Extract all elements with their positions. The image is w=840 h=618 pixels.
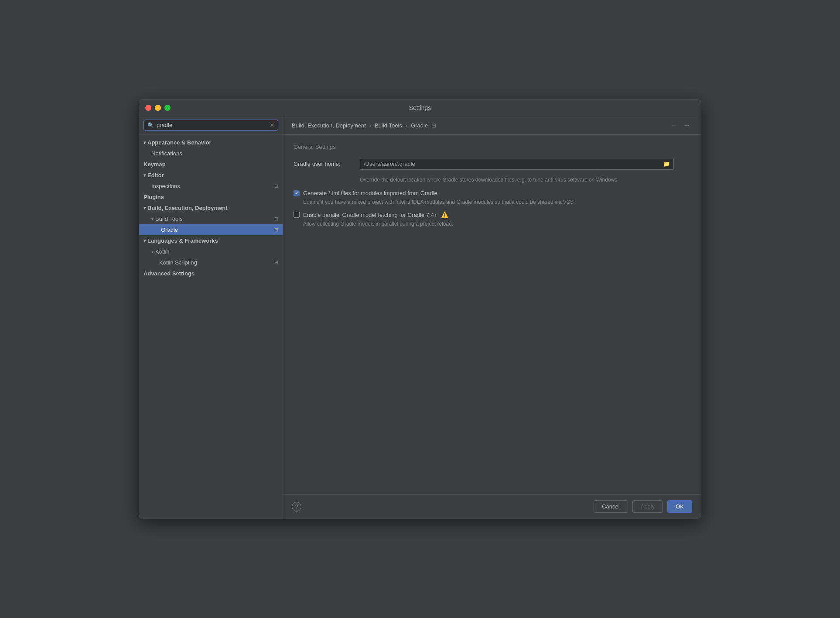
sidebar-item-build-execution-deployment[interactable]: ▾ Build, Execution, Deployment [139, 203, 283, 213]
sidebar-item-notifications[interactable]: Notifications [139, 148, 283, 159]
window-icon: ⊟ [274, 260, 278, 265]
apply-button[interactable]: Apply [632, 500, 663, 513]
checkbox1-label: Generate *.iml files for modules importe… [303, 190, 437, 196]
checkbox1-desc: Enable if you have a mixed project with … [303, 199, 690, 205]
sidebar-label: Gradle [161, 227, 178, 233]
sidebar-item-editor[interactable]: ▾ Editor [139, 170, 283, 181]
sidebar-item-languages-frameworks[interactable]: ▾ Languages & Frameworks [139, 235, 283, 246]
breadcrumb-sep-1: › [369, 122, 371, 129]
checkbox2-row: Enable parallel Gradle model fetching fo… [294, 211, 690, 218]
sidebar-item-build-tools[interactable]: ▾ Build Tools ⊟ [139, 213, 283, 224]
sidebar-item-advanced-settings[interactable]: Advanced Settings [139, 268, 283, 279]
folder-icon: 📁 [659, 158, 673, 169]
breadcrumb-sep-2: › [406, 122, 407, 129]
checkbox2-wrapper[interactable]: Enable parallel Gradle model fetching fo… [294, 211, 448, 218]
search-box: 🔍 ✕ [139, 116, 283, 134]
sidebar-label: Build Tools [155, 216, 183, 222]
search-input-wrapper[interactable]: 🔍 ✕ [143, 120, 278, 130]
section-title: General Settings [294, 144, 690, 150]
sidebar: 🔍 ✕ ▾ Appearance & Behavior Notification… [139, 116, 283, 518]
sidebar-label: Languages & Frameworks [147, 237, 218, 244]
window-icon: ⊟ [274, 227, 278, 233]
main-content: 🔍 ✕ ▾ Appearance & Behavior Notification… [139, 116, 701, 518]
chevron-down-icon: ▾ [143, 206, 146, 210]
footer-right: Cancel Apply OK [594, 500, 692, 513]
checkbox1-row: Generate *.iml files for modules importe… [294, 190, 690, 196]
sidebar-label: Notifications [151, 150, 182, 157]
sidebar-label: Build, Execution, Deployment [147, 205, 227, 211]
traffic-lights [145, 105, 171, 111]
sidebar-label: Kotlin [155, 248, 170, 255]
settings-content: General Settings Gradle user home: 📁 Ove… [283, 135, 701, 494]
sidebar-label: Inspections [151, 183, 180, 189]
sidebar-label: Plugins [143, 194, 164, 200]
help-button[interactable]: ? [292, 502, 301, 512]
sidebar-label: Advanced Settings [143, 270, 195, 277]
cancel-button[interactable]: Cancel [594, 500, 628, 513]
sidebar-item-appearance-behavior[interactable]: ▾ Appearance & Behavior [139, 137, 283, 148]
dialog-title: Settings [409, 104, 431, 111]
chevron-down-icon: ▾ [143, 238, 146, 243]
parallel-gradle-checkbox[interactable] [294, 212, 300, 218]
sidebar-item-keymap[interactable]: Keymap [139, 159, 283, 170]
nav-list: ▾ Appearance & Behavior Notifications Ke… [139, 134, 283, 518]
window-icon: ⊟ [431, 122, 436, 129]
window-icon: ⊟ [274, 216, 278, 222]
nav-back-button[interactable]: ← [669, 121, 679, 129]
sidebar-item-plugins[interactable]: Plugins [139, 192, 283, 203]
title-bar: Settings [139, 100, 701, 116]
breadcrumb-part-3: Gradle [411, 122, 428, 129]
settings-dialog: Settings 🔍 ✕ ▾ Appearance & Behavior [139, 100, 701, 518]
chevron-down-icon: ▾ [143, 140, 146, 145]
checkbox1-wrapper[interactable]: Generate *.iml files for modules importe… [294, 190, 437, 196]
sidebar-label: Appearance & Behavior [147, 139, 212, 146]
ok-button[interactable]: OK [667, 500, 692, 513]
footer-left: ? [292, 502, 301, 512]
footer: ? Cancel Apply OK [283, 494, 701, 518]
generate-iml-checkbox[interactable] [294, 190, 300, 196]
gradle-user-home-desc: Override the default location where Grad… [294, 177, 690, 183]
minimize-button[interactable] [155, 105, 161, 111]
checkbox2-desc: Allow collecting Gradle models in parall… [303, 221, 690, 227]
warning-icon: ⚠️ [441, 211, 448, 218]
breadcrumb-bar: Build, Execution, Deployment › Build Too… [283, 116, 701, 135]
window-icon: ⊟ [274, 183, 278, 189]
close-button[interactable] [145, 105, 151, 111]
sidebar-item-kotlin[interactable]: ▾ Kotlin [139, 246, 283, 257]
clear-search-button[interactable]: ✕ [270, 123, 274, 128]
search-input[interactable] [157, 122, 267, 128]
gradle-user-home-input[interactable] [360, 158, 659, 169]
gradle-user-home-input-wrapper[interactable]: 📁 [360, 158, 674, 170]
sidebar-label: Editor [147, 172, 164, 179]
sidebar-label: Keymap [143, 161, 166, 168]
sidebar-item-gradle[interactable]: Gradle ⊟ [139, 224, 283, 235]
sidebar-item-kotlin-scripting[interactable]: Kotlin Scripting ⊟ [139, 257, 283, 268]
checkbox2-label: Enable parallel Gradle model fetching fo… [303, 212, 437, 218]
breadcrumb-navigation: ← → [669, 121, 692, 129]
chevron-down-icon: ▾ [143, 173, 146, 178]
right-panel: Build, Execution, Deployment › Build Too… [283, 116, 701, 518]
sidebar-item-inspections[interactable]: Inspections ⊟ [139, 181, 283, 192]
sidebar-label: Kotlin Scripting [159, 259, 197, 266]
search-icon: 🔍 [147, 122, 154, 128]
chevron-down-icon: ▾ [151, 249, 154, 254]
maximize-button[interactable] [164, 105, 171, 111]
breadcrumb-part-1: Build, Execution, Deployment [292, 122, 366, 129]
breadcrumb-part-2: Build Tools [375, 122, 402, 129]
nav-forward-button[interactable]: → [682, 121, 692, 129]
gradle-user-home-label: Gradle user home: [294, 161, 355, 167]
gradle-user-home-row: Gradle user home: 📁 [294, 158, 690, 170]
chevron-down-icon: ▾ [151, 216, 154, 221]
